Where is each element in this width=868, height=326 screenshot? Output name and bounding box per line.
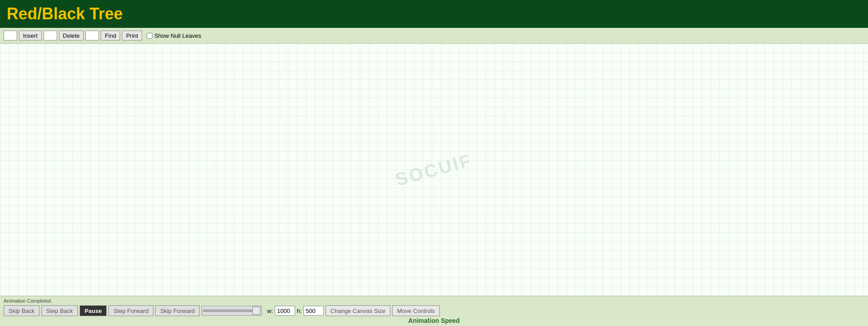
slider-track bbox=[203, 309, 252, 312]
header: Red/Black Tree bbox=[0, 0, 868, 28]
width-label: w: bbox=[267, 308, 273, 314]
change-canvas-size-button[interactable]: Change Canvas Size bbox=[326, 305, 390, 316]
skip-back-button[interactable]: Skip Back bbox=[4, 305, 40, 316]
skip-forward-button[interactable]: Skip Forward bbox=[155, 305, 200, 316]
step-forward-button[interactable]: Step Forward bbox=[108, 305, 153, 316]
insert-input[interactable] bbox=[4, 31, 17, 40]
animation-speed-slider-container[interactable] bbox=[201, 306, 262, 316]
delete-input[interactable] bbox=[44, 31, 57, 40]
height-label: h: bbox=[297, 308, 302, 314]
show-null-leaves-group: Show Null Leaves bbox=[147, 32, 201, 39]
pause-button[interactable]: Pause bbox=[80, 305, 107, 316]
step-back-button[interactable]: Step Back bbox=[41, 305, 78, 316]
canvas-watermark: SOCUIF bbox=[394, 150, 475, 190]
animation-status: Animation Completed bbox=[4, 298, 864, 304]
width-input[interactable] bbox=[275, 306, 295, 316]
find-button[interactable]: Find bbox=[101, 31, 120, 40]
animation-speed-label: Animation Speed bbox=[4, 317, 864, 324]
move-controls-button[interactable]: Move Controls bbox=[392, 305, 440, 316]
canvas-buttons: Change Canvas Size Move Controls bbox=[326, 305, 440, 316]
show-null-leaves-label: Show Null Leaves bbox=[154, 32, 201, 39]
insert-button[interactable]: Insert bbox=[19, 31, 42, 40]
bottom-controls: Skip Back Step Back Pause Step Forward S… bbox=[4, 305, 864, 316]
print-button[interactable]: Print bbox=[122, 31, 142, 40]
slider-thumb[interactable] bbox=[252, 307, 260, 315]
size-controls: w: h: bbox=[267, 306, 324, 316]
canvas-area: SOCUIF bbox=[0, 44, 868, 296]
delete-button[interactable]: Delete bbox=[59, 31, 84, 40]
find-input[interactable] bbox=[85, 31, 99, 40]
toolbar: Insert Delete Find Print Show Null Leave… bbox=[0, 28, 868, 44]
status-bar: Animation Completed Skip Back Step Back … bbox=[0, 296, 868, 326]
height-input[interactable] bbox=[304, 306, 324, 316]
show-null-leaves-checkbox[interactable] bbox=[147, 33, 152, 39]
page-title: Red/Black Tree bbox=[7, 4, 861, 23]
